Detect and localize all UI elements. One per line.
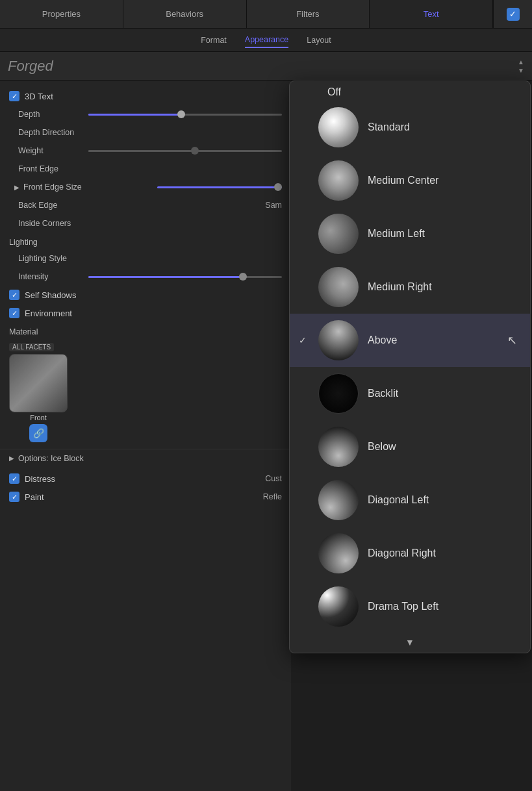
front-edge-size-arrow[interactable]: ▶ bbox=[14, 184, 19, 191]
dropdown-item-medium-left[interactable]: Medium Left bbox=[290, 207, 530, 260]
preset-arrows[interactable]: ▲ ▼ bbox=[518, 58, 524, 74]
paint-value: Refle bbox=[263, 492, 282, 501]
backlit-label: Backlit bbox=[368, 388, 398, 399]
tab-behaviors[interactable]: Behaviors bbox=[123, 0, 247, 28]
sphere-diagonal-left-icon bbox=[318, 480, 359, 520]
back-edge-row: Back Edge Sam bbox=[0, 196, 291, 214]
cursor-icon: ↖ bbox=[507, 333, 517, 347]
tab-icon-area: ✓ bbox=[493, 0, 532, 28]
environment-row[interactable]: ✓ Environment bbox=[0, 304, 291, 322]
material-section: Material ALL FACETS Front 🔗 bbox=[0, 322, 291, 445]
back-edge-label: Back Edge bbox=[18, 201, 265, 210]
dropdown-item-below[interactable]: Below bbox=[290, 420, 530, 473]
checkbox-environment[interactable]: ✓ bbox=[9, 308, 19, 318]
dropdown-item-above[interactable]: ✓ Above ↖ bbox=[290, 314, 530, 367]
depth-row: Depth bbox=[0, 105, 291, 123]
dropdown-item-backlit[interactable]: Backlit bbox=[290, 367, 530, 420]
options-label: Options: Ice Block bbox=[18, 454, 282, 463]
distress-row[interactable]: ✓ Distress Cust bbox=[0, 470, 291, 488]
depth-slider[interactable] bbox=[88, 114, 282, 116]
intensity-row: Intensity bbox=[0, 268, 291, 286]
below-label: Below bbox=[368, 441, 396, 453]
sphere-medium-left-icon bbox=[318, 214, 359, 254]
tab-properties[interactable]: Properties bbox=[0, 0, 123, 28]
back-edge-value: Sam bbox=[265, 201, 282, 210]
lighting-style-dropdown: Off Standard Medium Center Medium Left M… bbox=[289, 81, 531, 653]
dropdown-item-drama-top-left[interactable]: Drama Top Left bbox=[290, 580, 530, 633]
front-edge-size-slider[interactable] bbox=[157, 186, 282, 188]
sphere-backlit-icon bbox=[318, 373, 359, 414]
distress-value: Cust bbox=[265, 474, 282, 483]
weight-row: Weight bbox=[0, 142, 291, 160]
dropdown-item-standard[interactable]: Standard bbox=[290, 101, 530, 154]
inside-corners-row: Inside Corners bbox=[0, 214, 291, 232]
checkbox-3d-text[interactable]: ✓ bbox=[9, 91, 19, 101]
diagonal-right-label: Diagonal Right bbox=[368, 547, 436, 559]
checkbox-self-shadows[interactable]: ✓ bbox=[9, 290, 19, 300]
medium-left-label: Medium Left bbox=[368, 228, 425, 240]
tab-bar: Properties Behaviors Filters Text ✓ bbox=[0, 0, 532, 29]
options-arrow: ▶ bbox=[9, 455, 14, 462]
all-facets-badge: ALL FACETS bbox=[9, 343, 54, 351]
sub-tab-appearance[interactable]: Appearance bbox=[245, 32, 288, 48]
sub-tab-layout[interactable]: Layout bbox=[307, 33, 331, 47]
paint-label: Paint bbox=[25, 492, 44, 502]
preset-label: Forged bbox=[8, 58, 518, 75]
medium-center-label: Medium Center bbox=[368, 175, 438, 186]
tab-text[interactable]: Text bbox=[370, 0, 493, 28]
depth-label: Depth bbox=[18, 110, 83, 119]
lighting-header: Lighting bbox=[0, 232, 291, 249]
medium-right-label: Medium Right bbox=[368, 281, 432, 293]
checkbox-3d-text-row[interactable]: ✓ 3D Text bbox=[0, 87, 291, 105]
tab-filters[interactable]: Filters bbox=[247, 0, 370, 28]
depth-direction-row: Depth Direction bbox=[0, 123, 291, 142]
above-label: Above bbox=[368, 334, 397, 346]
sphere-diagonal-right-icon bbox=[318, 533, 359, 573]
link-icon-button[interactable]: 🔗 bbox=[29, 424, 47, 442]
left-panel: ✓ 3D Text Depth Depth Direction Weight F… bbox=[0, 81, 291, 791]
environment-label: Environment bbox=[25, 308, 72, 318]
inside-corners-label: Inside Corners bbox=[18, 219, 282, 228]
3d-text-label: 3D Text bbox=[25, 92, 53, 101]
intensity-slider[interactable] bbox=[88, 276, 282, 278]
intensity-label: Intensity bbox=[18, 272, 83, 281]
checkbox-paint[interactable]: ✓ bbox=[9, 492, 19, 502]
depth-direction-label: Depth Direction bbox=[18, 128, 282, 137]
paint-row[interactable]: ✓ Paint Refle bbox=[0, 488, 291, 506]
checkbox-distress[interactable]: ✓ bbox=[9, 473, 19, 484]
front-label: Front bbox=[9, 414, 68, 421]
front-edge-label: Front Edge bbox=[18, 164, 282, 173]
sphere-below-icon bbox=[318, 427, 359, 467]
diagonal-left-label: Diagonal Left bbox=[368, 494, 429, 506]
dropdown-item-medium-center[interactable]: Medium Center bbox=[290, 154, 530, 207]
self-shadows-row[interactable]: ✓ Self Shadows bbox=[0, 286, 291, 304]
preset-row[interactable]: Forged ▲ ▼ bbox=[0, 52, 532, 81]
sub-tab-bar: Format Appearance Layout bbox=[0, 29, 532, 52]
main-area: ✓ 3D Text Depth Depth Direction Weight F… bbox=[0, 81, 532, 791]
sphere-standard-icon bbox=[318, 107, 359, 147]
lighting-style-label: Lighting Style bbox=[18, 254, 282, 263]
dropdown-scroll-down[interactable]: ▼ bbox=[290, 633, 530, 653]
sub-tab-format[interactable]: Format bbox=[201, 33, 227, 47]
lighting-style-row[interactable]: Lighting Style bbox=[0, 249, 291, 268]
dropdown-item-medium-right[interactable]: Medium Right bbox=[290, 260, 530, 314]
options-row[interactable]: ▶ Options: Ice Block bbox=[0, 449, 291, 467]
dropdown-item-off[interactable]: Off bbox=[290, 81, 530, 101]
above-check: ✓ bbox=[299, 335, 309, 345]
standard-label: Standard bbox=[368, 121, 410, 133]
drama-top-left-label: Drama Top Left bbox=[368, 601, 438, 612]
sphere-above-icon bbox=[318, 320, 359, 360]
sphere-drama-top-left-icon bbox=[318, 586, 359, 627]
material-thumbnail[interactable] bbox=[9, 354, 68, 412]
distress-label: Distress bbox=[25, 474, 55, 484]
self-shadows-label: Self Shadows bbox=[25, 290, 77, 300]
weight-label: Weight bbox=[18, 146, 83, 155]
front-edge-row: Front Edge bbox=[0, 160, 291, 178]
tab-check-icon: ✓ bbox=[507, 8, 520, 21]
front-edge-size-label: Front Edge Size bbox=[23, 182, 148, 192]
weight-slider[interactable] bbox=[88, 150, 282, 152]
dropdown-item-diagonal-left[interactable]: Diagonal Left bbox=[290, 473, 530, 527]
dropdown-item-diagonal-right[interactable]: Diagonal Right bbox=[290, 527, 530, 580]
bottom-checkboxes: ✓ Distress Cust ✓ Paint Refle bbox=[0, 467, 291, 509]
sphere-medium-right-icon bbox=[318, 267, 359, 307]
